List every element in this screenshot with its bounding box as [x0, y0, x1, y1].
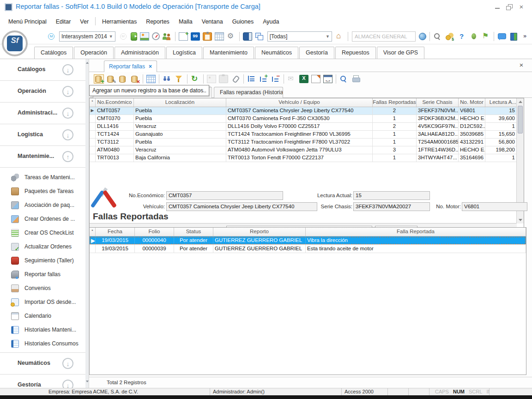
dashboard-gauge-button[interactable] — [152, 32, 160, 40]
settings-gear-icon[interactable] — [227, 32, 236, 41]
module-tab[interactable]: Administración — [115, 47, 165, 59]
close-button[interactable]: × — [516, 3, 526, 11]
menu-item[interactable]: Ventana — [197, 16, 228, 27]
coins-button[interactable] — [445, 32, 454, 41]
module-tab[interactable]: Repuestos — [335, 47, 376, 59]
section-arrow-icon[interactable]: ↓ — [62, 108, 73, 119]
section-arrow-icon[interactable]: ↓ — [62, 86, 73, 97]
vehicle-row[interactable]: ATM0480 Veracruz ATM0480 Automovil Volks… — [90, 146, 524, 154]
column-header[interactable]: Falla Reportada — [306, 228, 526, 236]
sidebar-item[interactable]: Historiales Manteni... — [0, 323, 85, 337]
vehicle-row[interactable]: TCT1424 Guanajuato TCT1424 Tractocamion … — [90, 131, 524, 139]
sidebar-item[interactable]: Historiales Consumos — [0, 337, 85, 351]
tasks-clipboard-button[interactable] — [203, 32, 212, 41]
section-arrow-icon[interactable]: ↑ — [62, 151, 73, 162]
module-tab[interactable]: Mantenimiento — [203, 47, 254, 59]
column-header[interactable]: Reporto — [213, 228, 306, 236]
scroll-down-icon[interactable] — [86, 381, 89, 382]
section-arrow-icon[interactable]: ↓ — [62, 129, 73, 140]
database-button[interactable] — [118, 75, 127, 83]
column-header[interactable]: Vehículo / Equipo — [226, 98, 373, 107]
sidebar-item[interactable]: Crear OS CheckList — [0, 226, 85, 240]
search-binoculars-button[interactable] — [163, 75, 172, 83]
column-header[interactable]: Status — [174, 228, 213, 236]
search-tools-button[interactable] — [433, 32, 442, 41]
delete-record-button[interactable] — [130, 75, 139, 83]
counter-99-button[interactable] — [191, 32, 200, 41]
sidebar-item[interactable]: Reportar fallas — [0, 267, 85, 281]
scroll-up-icon[interactable] — [86, 62, 89, 64]
print-button[interactable] — [351, 75, 361, 83]
sidebar-section[interactable]: Catálogos ↓ — [0, 59, 85, 81]
column-header[interactable]: Fecha — [96, 228, 135, 236]
filter-funnel-button[interactable] — [175, 75, 184, 83]
sidebar-item[interactable]: Seguimiento (Taller) — [0, 254, 85, 267]
column-header[interactable]: Folio — [135, 228, 174, 236]
no-economico-field[interactable]: CMT0357 — [166, 191, 283, 200]
sidebar-item[interactable]: Calendario — [0, 309, 85, 323]
flag-button[interactable] — [481, 32, 490, 41]
column-header[interactable]: Serie Chasis — [417, 98, 459, 107]
pictures-button[interactable] — [140, 32, 149, 41]
attachment-button[interactable] — [231, 75, 240, 83]
collapse-all-button[interactable] — [271, 75, 280, 83]
tab-close-icon[interactable]: × — [149, 63, 152, 70]
almacen-input[interactable] — [352, 31, 416, 42]
grid-view-button[interactable] — [146, 75, 156, 83]
column-header[interactable]: Fallas Reportadas — [373, 98, 417, 107]
section-arrow-icon[interactable]: ↓ — [62, 358, 73, 369]
document-tab-reportar-fallas[interactable]: Reportar fallas× — [104, 60, 157, 72]
minimize-button[interactable] — [492, 3, 502, 11]
sidebar-item[interactable]: Actualizar Ordenes — [0, 240, 85, 254]
scrollbar-thumb[interactable] — [518, 106, 523, 133]
vehicle-row[interactable]: ▶ CMT0357 Puebla CMT0357 Camioneta Chrys… — [90, 107, 524, 115]
sidebar-section[interactable]: Administraci... ↓ — [0, 103, 85, 124]
windows-copy-button[interactable] — [255, 32, 264, 41]
sidebar-item[interactable]: Convenios — [0, 281, 85, 295]
section-arrow-icon[interactable]: ↓ — [62, 64, 73, 75]
add-record-button[interactable] — [94, 75, 103, 83]
column-header[interactable]: Localización — [134, 98, 226, 107]
menu-item[interactable]: Editar — [51, 16, 76, 27]
vehiculo-field[interactable]: CMT0357 Camioneta Chrysler Jeep Liberty … — [166, 202, 317, 211]
export-note-button[interactable] — [311, 75, 320, 83]
menu-item[interactable]: Malla — [174, 16, 197, 27]
subtab-fallas-reparadas[interactable]: Fallas reparadas (Historia) — [214, 87, 283, 98]
column-header[interactable]: No.Económico — [96, 98, 134, 107]
menu-item[interactable]: Guiones — [228, 16, 259, 27]
sidebar-section[interactable]: Logistica ↓ — [0, 124, 85, 146]
vehicle-row[interactable]: TCT3112 Puebla TCT3112 Tractocamion Frei… — [90, 139, 524, 146]
sidebar-section[interactable]: Mantenimie... ↑ — [0, 146, 85, 168]
column-header[interactable]: No. Motor — [459, 98, 485, 107]
module-tab[interactable]: Neumáticos — [255, 47, 298, 59]
sidebar-item[interactable]: Asociación de paq... — [0, 198, 85, 212]
chat-button[interactable] — [497, 32, 507, 41]
sidebar-item[interactable]: Paquetes de Tareas — [0, 184, 85, 198]
sidebar-section[interactable]: Gestoría ↓ — [0, 375, 85, 388]
restore-button[interactable] — [504, 3, 514, 11]
todas-filter-combo[interactable]: [Todas]▼ — [267, 31, 332, 42]
battery-status-button[interactable] — [131, 32, 137, 41]
refresh-button[interactable] — [191, 75, 200, 83]
vehicle-row[interactable]: CMT0370 Puebla CMT0370 Camioneta Ford F-… — [90, 115, 524, 123]
users-button[interactable] — [163, 32, 172, 41]
help-button[interactable] — [457, 32, 466, 41]
sidebar-item[interactable]: Importar OS desde... — [0, 295, 85, 309]
sidebar-section[interactable]: Neumáticos ↓ — [0, 353, 85, 375]
home-button[interactable] — [335, 32, 345, 41]
vehicle-row[interactable]: DLL1416 Veracruz DLL1416 Dolly Volvo F70… — [90, 123, 524, 131]
tree-view-button[interactable] — [247, 75, 256, 83]
module-tab[interactable]: Operación — [74, 47, 114, 59]
scroll-down-icon[interactable] — [519, 219, 522, 221]
no-motor-field[interactable]: V6801 — [462, 202, 527, 211]
sidebar-section[interactable]: Operación ↓ — [0, 81, 85, 103]
expand-all-button[interactable] — [259, 75, 268, 83]
globe-button[interactable] — [419, 33, 426, 40]
profile-combo[interactable]: Interasystem 2014▼ — [59, 31, 115, 42]
sidebar-item[interactable]: Tareas de Manteni... — [0, 170, 85, 184]
document-close-icon[interactable]: × — [517, 61, 526, 69]
scroll-up-icon[interactable] — [519, 101, 522, 103]
debug-bug-button[interactable] — [469, 32, 478, 41]
menu-item[interactable]: Menú Principal — [4, 16, 51, 27]
module-tab[interactable]: Logística — [166, 47, 202, 59]
